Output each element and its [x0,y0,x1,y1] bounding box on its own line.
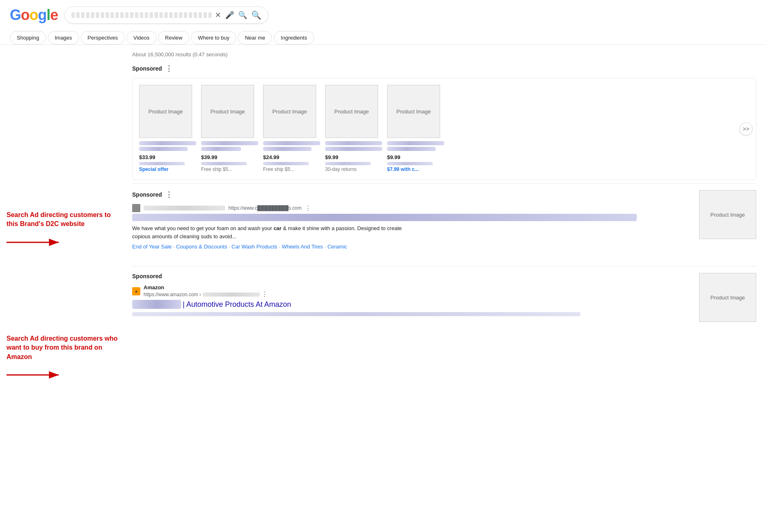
sitelink-wheels[interactable]: Wheels And Tires [282,244,328,250]
product-card-5[interactable]: Product Image $9.99 $7.99 with c... [387,85,444,173]
product-price-1: $33.99 [139,154,155,160]
product-price-2: $39.99 [201,154,217,160]
ad1-url-suffix: https://www.c█████████s.com [228,205,301,211]
tab-near-me[interactable]: Near me [238,31,272,44]
product-offer-1[interactable]: Special offer [139,166,168,172]
ad2-sponsored-label: Sponsored [132,273,693,279]
results-count: About 16,500,000 results (0.47 seconds) [132,51,756,58]
search-ad-1[interactable]: Sponsored ⋮ https://www.c█████████s.com … [132,183,756,256]
carousel-options-icon[interactable]: ⋮ [165,64,173,73]
tab-perspectives[interactable]: Perspectives [81,31,125,44]
product-card-2[interactable]: Product Image $39.99 Free ship $5... [201,85,258,173]
product-name-line-4b [325,147,382,151]
lens-icon[interactable]: 🔍 [238,11,247,20]
product-text-1 [139,141,196,153]
product-seller-5 [387,162,433,165]
tab-images[interactable]: Images [48,31,79,44]
ad1-product-image[interactable]: Product Image [699,190,756,239]
ad1-description: We have what you need to get your foam o… [132,224,418,240]
search-button[interactable]: 🔍 [251,10,261,20]
annotation-block-1: Search Ad directing customers to this Br… [7,211,122,253]
carousel-sponsored-label: Sponsored ⋮ [132,64,756,73]
ad2-title-text[interactable]: | Automotive Products At Amazon [183,300,291,309]
product-name-line-4a [325,141,382,145]
header: Google ✕ 🎤 🔍 🔍 [0,0,766,24]
product-seller-3 [263,162,309,165]
product-card-1[interactable]: Product Image $33.99 Special offer [139,85,196,173]
sitelink-end-of-year-sale[interactable]: End of Year Sale [132,244,176,250]
product-offer-3: Free ship $5... [263,166,294,172]
ad1-site-row: https://www.c█████████s.com ⋮ [132,204,693,212]
arrow-icon-2 [7,365,64,385]
product-text-5 [387,141,444,153]
annotation-text-2: Search Ad directing customers who want t… [7,334,122,361]
sitelink-coupons[interactable]: Coupons & Discounts [176,244,232,250]
ad2-favicon-amazon: a [132,287,140,295]
ad2-site-info: Amazon https://www.amazon.com › ⋮ [144,284,269,298]
product-image-4[interactable]: Product Image [325,85,378,138]
tab-shopping[interactable]: Shopping [10,31,46,44]
tab-where-to-buy[interactable]: Where to buy [191,31,236,44]
annotations-column: Search Ad directing customers to this Br… [0,51,122,385]
ad2-site-name: Amazon [144,284,269,290]
sitelink-car-wash[interactable]: Car Wash Products [232,244,282,250]
ad1-favicon [132,204,140,212]
ad2-title-row[interactable]: | Automotive Products At Amazon [132,300,693,309]
product-name-line-1b [139,147,188,151]
product-image-3[interactable]: Product Image [263,85,316,138]
ad1-options-icon[interactable]: ⋮ [165,190,173,199]
arrow-icon-1 [7,232,64,253]
tab-review[interactable]: Review [158,31,190,44]
tab-videos[interactable]: Videos [126,31,157,44]
ad1-sponsored-label: Sponsored ⋮ [132,190,693,199]
product-name-line-3a [263,141,320,145]
search-input[interactable] [71,12,212,18]
product-text-2 [201,141,258,153]
ad1-sitelinks: End of Year Sale Coupons & Discounts Car… [132,244,693,250]
ad2-site-row: a Amazon https://www.amazon.com › ⋮ [132,284,693,298]
search-ad-2[interactable]: Sponsored a Amazon https://www.amazon.co… [132,266,756,328]
sitelink-ceramic[interactable]: Ceramic [328,244,347,250]
product-name-line-2a [201,141,258,145]
product-price-4: $9.99 [325,154,339,160]
product-price-5: $9.99 [387,154,401,160]
product-name-line-5b [387,147,436,151]
ad1-url-options[interactable]: ⋮ [305,204,312,212]
ad2-url-blurred-part [203,293,260,297]
tab-ingredients[interactable]: Ingredients [274,31,314,44]
product-offer-4: 30-day returns [325,166,356,172]
product-image-2[interactable]: Product Image [201,85,254,138]
product-seller-2 [201,162,247,165]
product-card-4[interactable]: Product Image $9.99 30-day returns [325,85,382,173]
product-card-3[interactable]: Product Image $24.99 Free ship $5... [263,85,320,173]
product-seller-1 [139,162,185,165]
search-ad-2-content: Sponsored a Amazon https://www.amazon.co… [132,273,693,316]
carousel-next-button[interactable]: >> [739,122,753,135]
ad2-description-blurred [132,312,580,316]
ad1-url-blurred [144,206,225,211]
product-text-3 [263,141,320,153]
product-offer-2: Free ship $5... [201,166,232,172]
voice-search-icon[interactable]: 🎤 [225,11,234,20]
search-icons: ✕ 🎤 🔍 🔍 [215,10,261,20]
shopping-carousel[interactable]: Product Image $33.99 Special offer Produ… [132,78,756,180]
product-name-line-1a [139,141,196,145]
tabs-bar: Shopping Images Perspectives Videos Revi… [0,27,766,45]
ad2-url: https://www.amazon.com › [144,292,201,297]
product-name-line-2b [201,147,241,151]
product-image-1[interactable]: Product Image [139,85,192,138]
product-name-line-5a [387,141,444,145]
product-price-3: $24.99 [263,154,279,160]
product-offer-5[interactable]: $7.99 with c... [387,166,418,172]
annotation-text-1: Search Ad directing customers to this Br… [7,211,122,229]
ad2-product-image[interactable]: Product Image [699,273,756,322]
ad1-title-blurred [132,214,637,221]
clear-icon[interactable]: ✕ [215,11,221,20]
search-ad-1-content: Sponsored ⋮ https://www.c█████████s.com … [132,190,693,250]
google-logo: Google [10,7,58,24]
shopping-carousel-section: Sponsored ⋮ Product Image $33.99 Special… [132,64,756,180]
product-image-5[interactable]: Product Image [387,85,440,138]
product-name-line-3b [263,147,312,151]
search-bar[interactable]: ✕ 🎤 🔍 🔍 [64,7,268,24]
ad2-options-icon[interactable]: ⋮ [261,290,269,298]
